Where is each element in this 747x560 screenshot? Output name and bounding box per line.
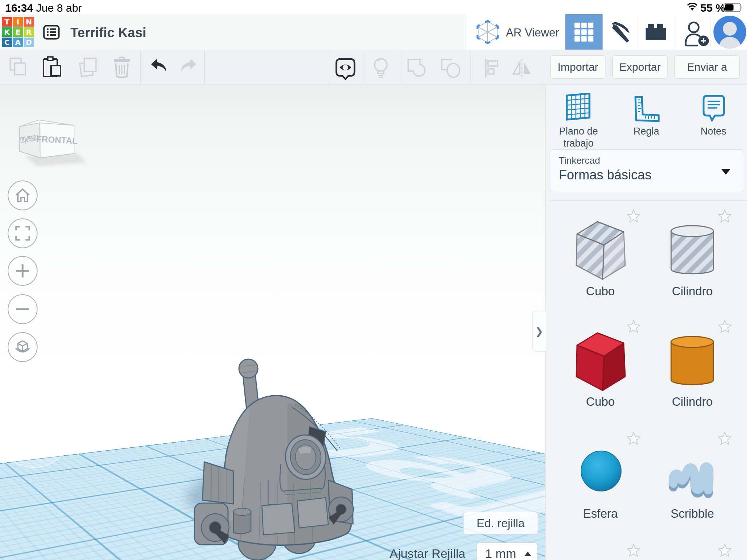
ar-viewer-label[interactable]: AR Viewer bbox=[506, 26, 559, 39]
snap-grid-label: Ajustar Rejilla bbox=[390, 547, 465, 560]
panel-collapse-handle[interactable]: ❯ bbox=[532, 311, 546, 352]
status-date: Jue 8 abr bbox=[36, 2, 82, 14]
divider bbox=[471, 51, 471, 83]
add-user-icon[interactable] bbox=[684, 20, 711, 47]
logo-cell: D bbox=[24, 38, 34, 47]
divider bbox=[550, 201, 747, 201]
shape-category-dropdown[interactable]: Tinkercad Formas básicas bbox=[550, 149, 744, 192]
divider bbox=[541, 51, 541, 83]
ungroup-icon[interactable] bbox=[440, 58, 461, 78]
logo-cell: A bbox=[13, 38, 23, 47]
snap-grid-select[interactable]: 1 mm bbox=[477, 542, 537, 560]
ruler-tool-icon[interactable] bbox=[633, 96, 660, 122]
favorite-star-icon[interactable] bbox=[627, 320, 640, 334]
logo-cell: T bbox=[2, 17, 12, 27]
shape-sphere[interactable] bbox=[580, 450, 622, 492]
favorite-star-icon[interactable] bbox=[718, 209, 732, 223]
divider bbox=[140, 51, 141, 83]
pickaxe-icon[interactable] bbox=[607, 20, 632, 45]
battery-percent: 55 % bbox=[700, 2, 725, 14]
snap-grid-value: 1 mm bbox=[485, 547, 516, 560]
shape-label: Cilindro bbox=[663, 395, 721, 409]
edit-grid-button[interactable]: Ed. rejilla bbox=[463, 512, 538, 534]
status-time: 16:34 bbox=[5, 2, 33, 14]
caret-down-icon bbox=[721, 169, 731, 175]
favorite-star-icon[interactable] bbox=[627, 544, 640, 557]
shape-label: Cilindro bbox=[663, 284, 721, 298]
favorite-star-icon[interactable] bbox=[718, 432, 732, 446]
logo-cell: N bbox=[24, 17, 34, 27]
robot-model[interactable] bbox=[190, 356, 357, 560]
group-icon[interactable] bbox=[407, 58, 427, 78]
ar-viewer-icon[interactable] bbox=[476, 20, 499, 44]
shape-label: Esfera bbox=[571, 507, 630, 521]
workplane-tool-label[interactable]: Plano de trabajo bbox=[556, 125, 601, 149]
home-view-button[interactable] bbox=[8, 180, 38, 210]
send-to-button[interactable]: Enviar a bbox=[674, 55, 740, 79]
divider bbox=[400, 51, 400, 83]
mirror-icon[interactable] bbox=[512, 58, 532, 78]
notes-tool-label[interactable]: Notes bbox=[691, 125, 736, 137]
export-button[interactable]: Exportar bbox=[612, 55, 667, 79]
import-button[interactable]: Importar bbox=[550, 55, 605, 79]
ruler-tool-label[interactable]: Regla bbox=[624, 125, 669, 137]
favorite-star-icon[interactable] bbox=[718, 320, 732, 334]
fit-view-button[interactable] bbox=[8, 218, 38, 248]
align-icon[interactable] bbox=[483, 58, 503, 78]
caret-up-icon bbox=[525, 552, 531, 556]
shape-cube-striped[interactable] bbox=[572, 218, 627, 282]
shape-label: Scribble bbox=[663, 507, 721, 521]
tinkercad-app: 16:34 Jue 8 abr 55 % T I N K E R C A D T… bbox=[0, 0, 747, 560]
logo-cell: C bbox=[2, 38, 12, 47]
avatar[interactable] bbox=[713, 16, 746, 48]
design-menu-icon[interactable] bbox=[43, 25, 60, 40]
category-name: Formas básicas bbox=[559, 167, 651, 183]
library-name: Tinkercad bbox=[559, 155, 600, 166]
divider bbox=[711, 16, 711, 47]
show-all-icon[interactable] bbox=[335, 58, 356, 80]
divider bbox=[204, 51, 205, 83]
favorite-star-icon[interactable] bbox=[627, 209, 640, 223]
favorite-star-icon[interactable] bbox=[718, 544, 732, 557]
paste-icon[interactable] bbox=[42, 56, 62, 78]
logo-cell: R bbox=[24, 27, 34, 37]
shape-cylinder-striped[interactable] bbox=[670, 221, 715, 280]
logo-cell: K bbox=[2, 27, 12, 37]
brick-icon[interactable] bbox=[645, 23, 667, 41]
delete-icon[interactable] bbox=[112, 56, 132, 78]
canvas-3d-viewport[interactable]: trabajo FRONTAL IZQUIERDA bbox=[0, 85, 545, 560]
light-icon[interactable] bbox=[371, 57, 391, 79]
battery-icon bbox=[723, 3, 744, 12]
logo-cell: I bbox=[13, 17, 23, 27]
workplane-grid[interactable]: trabajo bbox=[372, 121, 545, 560]
grid-icon bbox=[574, 22, 594, 42]
shape-label: Cubo bbox=[571, 395, 630, 409]
undo-icon[interactable] bbox=[149, 57, 169, 77]
logo-cell: E bbox=[13, 27, 23, 37]
divider bbox=[674, 16, 674, 47]
redo-icon[interactable] bbox=[178, 57, 198, 77]
shape-scribble[interactable] bbox=[668, 455, 713, 502]
divider bbox=[638, 16, 638, 47]
favorite-star-icon[interactable] bbox=[627, 432, 640, 446]
dashboard-grid-button[interactable] bbox=[565, 14, 603, 50]
duplicate-icon[interactable] bbox=[78, 56, 98, 78]
workplane-tool-icon[interactable] bbox=[565, 93, 592, 122]
tinkercad-logo[interactable]: T I N K E R C A D bbox=[2, 17, 34, 47]
view-cube[interactable]: FRONTAL IZQUIERDA bbox=[15, 98, 91, 168]
zoom-out-button[interactable] bbox=[8, 294, 38, 324]
shape-cylinder-orange[interactable] bbox=[670, 332, 715, 391]
copy-icon[interactable] bbox=[8, 57, 28, 77]
wifi-icon bbox=[687, 3, 698, 11]
divider bbox=[328, 51, 328, 83]
shape-label: Cubo bbox=[571, 284, 630, 298]
avatar-silhouette bbox=[713, 16, 746, 48]
design-title[interactable]: Terrific Kasi bbox=[70, 25, 146, 40]
perspective-toggle-button[interactable] bbox=[8, 332, 38, 362]
zoom-in-button[interactable] bbox=[8, 256, 38, 286]
divider bbox=[364, 51, 364, 83]
divider bbox=[466, 16, 466, 47]
notes-tool-icon[interactable] bbox=[703, 95, 725, 123]
shape-cube-red[interactable] bbox=[572, 329, 627, 393]
